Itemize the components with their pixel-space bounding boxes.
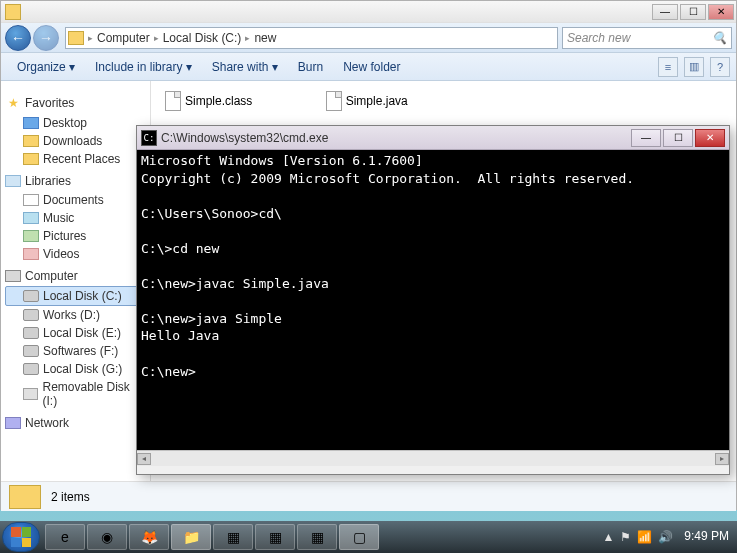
scroll-left-icon[interactable]: ◂ [137,453,151,465]
nav-bar: ← → ▸ Computer ▸ Local Disk (C:) ▸ new S… [1,23,736,53]
folder-icon [5,4,21,20]
crumb-computer[interactable]: Computer [93,31,154,45]
cmd-titlebar[interactable]: C: C:\Windows\system32\cmd.exe — ☐ ✕ [137,126,729,150]
disk-icon [23,309,39,321]
network-header[interactable]: Network [5,416,146,430]
file-icon [165,91,181,111]
cmd-close-button[interactable]: ✕ [695,129,725,147]
computer-header[interactable]: Computer [5,269,146,283]
system-tray: ▲ ⚑ 📶 🔊 9:49 PM [599,530,735,544]
explorer-titlebar: — ☐ ✕ [1,1,736,23]
organize-button[interactable]: Organize ▾ [7,60,85,74]
help-icon[interactable]: ? [710,57,730,77]
pictures-icon [23,230,39,242]
start-button[interactable] [2,522,40,552]
taskbar-firefox-icon[interactable]: 🦊 [129,524,169,550]
nav-item-recent-places[interactable]: Recent Places [5,150,146,168]
folder-icon [23,153,39,165]
view-options-icon[interactable]: ≡ [658,57,678,77]
cmd-scrollbar[interactable]: ◂ ▸ [137,450,729,466]
close-button[interactable]: ✕ [708,4,734,20]
nav-item-pictures[interactable]: Pictures [5,227,146,245]
desktop-icon [23,117,39,129]
status-text: 2 items [51,490,90,504]
disk-icon [23,290,39,302]
include-in-library-button[interactable]: Include in library ▾ [85,60,202,74]
taskbar-app-icon[interactable]: ▦ [255,524,295,550]
tray-network-icon[interactable]: 📶 [637,530,652,544]
folder-icon [9,485,41,509]
cmd-title-text: C:\Windows\system32\cmd.exe [161,131,629,145]
document-icon [23,194,39,206]
tray-flag-icon[interactable]: ⚑ [620,530,631,544]
file-item[interactable]: Simple.class [165,91,252,111]
star-icon: ★ [5,95,21,111]
folder-icon [23,135,39,147]
favorites-header[interactable]: ★Favorites [5,95,146,111]
nav-item-documents[interactable]: Documents [5,191,146,209]
nav-item-local-disk-c[interactable]: Local Disk (C:) [5,286,146,306]
navigation-pane: ★Favorites Desktop Downloads Recent Plac… [1,81,151,481]
disk-icon [23,363,39,375]
back-button[interactable]: ← [5,25,31,51]
taskbar-cmd-icon[interactable]: ▢ [339,524,379,550]
usb-icon [23,388,38,400]
cmd-minimize-button[interactable]: — [631,129,661,147]
cmd-maximize-button[interactable]: ☐ [663,129,693,147]
nav-item-desktop[interactable]: Desktop [5,114,146,132]
libraries-icon [5,175,21,187]
music-icon [23,212,39,224]
taskbar-ie-icon[interactable]: e [45,524,85,550]
videos-icon [23,248,39,260]
tray-show-hidden-icon[interactable]: ▲ [602,530,614,544]
computer-icon [5,270,21,282]
taskbar-app-icon[interactable]: ▦ [213,524,253,550]
nav-item-softwares-f[interactable]: Softwares (F:) [5,342,146,360]
taskbar-app-icon[interactable]: ▦ [297,524,337,550]
scroll-right-icon[interactable]: ▸ [715,453,729,465]
forward-button[interactable]: → [33,25,59,51]
search-icon: 🔍 [712,31,727,45]
nav-item-music[interactable]: Music [5,209,146,227]
taskbar: e ◉ 🦊 📁 ▦ ▦ ▦ ▢ ▲ ⚑ 📶 🔊 9:49 PM [0,521,737,553]
maximize-button[interactable]: ☐ [680,4,706,20]
share-with-button[interactable]: Share with ▾ [202,60,288,74]
new-folder-button[interactable]: New folder [333,60,410,74]
address-bar[interactable]: ▸ Computer ▸ Local Disk (C:) ▸ new [65,27,558,49]
tray-volume-icon[interactable]: 🔊 [658,530,673,544]
disk-icon [23,327,39,339]
libraries-header[interactable]: Libraries [5,174,146,188]
burn-button[interactable]: Burn [288,60,333,74]
taskbar-chrome-icon[interactable]: ◉ [87,524,127,550]
crumb-drive[interactable]: Local Disk (C:) [159,31,246,45]
taskbar-explorer-icon[interactable]: 📁 [171,524,211,550]
crumb-folder[interactable]: new [250,31,280,45]
nav-item-downloads[interactable]: Downloads [5,132,146,150]
search-input[interactable]: Search new 🔍 [562,27,732,49]
network-icon [5,417,21,429]
nav-item-works-d[interactable]: Works (D:) [5,306,146,324]
nav-item-removable-disk-i[interactable]: Removable Disk (I:) [5,378,146,410]
nav-item-videos[interactable]: Videos [5,245,146,263]
cmd-window-controls: — ☐ ✕ [629,129,725,147]
cmd-icon: C: [141,130,157,146]
file-item[interactable]: Simple.java [326,91,408,111]
window-controls: — ☐ ✕ [650,4,734,20]
search-placeholder: Search new [567,31,630,45]
nav-item-local-disk-e[interactable]: Local Disk (E:) [5,324,146,342]
nav-item-local-disk-g[interactable]: Local Disk (G:) [5,360,146,378]
drive-icon [68,31,84,45]
taskbar-clock[interactable]: 9:49 PM [684,530,729,543]
preview-pane-icon[interactable]: ▥ [684,57,704,77]
disk-icon [23,345,39,357]
cmd-output[interactable]: Microsoft Windows [Version 6.1.7600] Cop… [137,150,729,450]
windows-logo-icon [11,527,31,547]
toolbar: Organize ▾ Include in library ▾ Share wi… [1,53,736,81]
cmd-window: C: C:\Windows\system32\cmd.exe — ☐ ✕ Mic… [136,125,730,475]
file-icon [326,91,342,111]
minimize-button[interactable]: — [652,4,678,20]
status-bar: 2 items [1,481,736,511]
